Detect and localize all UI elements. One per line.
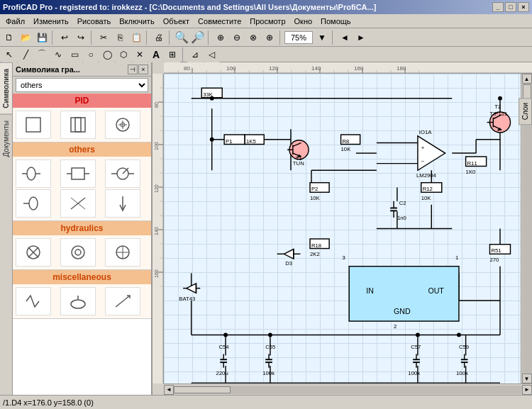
svg-text:220u: 220u bbox=[216, 370, 228, 376]
circle-tool[interactable]: ○ bbox=[83, 47, 99, 62]
titlebar-controls[interactable]: _ □ × bbox=[492, 2, 529, 12]
svg-text:IN: IN bbox=[366, 286, 374, 295]
sym-misc-1[interactable] bbox=[16, 287, 51, 315]
extra-btn1[interactable]: ⊿ bbox=[187, 47, 203, 62]
menu-include[interactable]: Включить bbox=[115, 16, 158, 27]
arc-tool[interactable]: ⌒ bbox=[34, 47, 50, 62]
menu-help[interactable]: Помощь bbox=[316, 16, 355, 27]
paste-button[interactable]: 📋 bbox=[128, 30, 144, 45]
zoom-in-button[interactable]: 🔍 bbox=[174, 30, 189, 45]
sym-others-3[interactable] bbox=[105, 159, 140, 188]
category-dropdown: others PID hydraulics miscellaneous bbox=[16, 78, 148, 92]
redo-button[interactable]: ↪ bbox=[73, 30, 89, 45]
component-btn2[interactable]: ⊖ bbox=[229, 30, 245, 45]
layer-tab[interactable]: Слои bbox=[519, 98, 532, 125]
menu-file[interactable]: Файл bbox=[1, 16, 29, 27]
nav-btn1[interactable]: ◄ bbox=[337, 30, 353, 45]
undo-button[interactable]: ↩ bbox=[57, 30, 72, 45]
symbol-list: PID bbox=[13, 94, 151, 395]
svg-text:+: + bbox=[421, 145, 425, 151]
open-button[interactable]: 📂 bbox=[18, 30, 33, 45]
scroll-down-button[interactable]: ▼ bbox=[522, 374, 532, 383]
scroll-up-button[interactable]: ▲ bbox=[522, 74, 532, 84]
cut-button[interactable]: ✂ bbox=[96, 30, 111, 45]
sym-hyd-3[interactable] bbox=[105, 238, 140, 267]
misc-grid bbox=[13, 284, 151, 318]
menu-combine[interactable]: Совместите bbox=[194, 16, 245, 27]
component-btn1[interactable]: ⊕ bbox=[213, 30, 228, 45]
curve-tool[interactable]: ∿ bbox=[50, 47, 66, 62]
zoom-dropdown-button[interactable]: ▼ bbox=[314, 30, 330, 45]
menu-window[interactable]: Окно bbox=[290, 16, 317, 27]
others-header[interactable]: others bbox=[13, 142, 151, 157]
zoom-input[interactable] bbox=[284, 31, 313, 44]
rect-tool[interactable]: ▭ bbox=[67, 47, 82, 62]
scroll-right-button[interactable]: ► bbox=[522, 385, 532, 395]
extra-btn2[interactable]: ◁ bbox=[204, 47, 219, 62]
svg-text:P2: P2 bbox=[311, 186, 318, 192]
sym-hyd-1[interactable] bbox=[16, 238, 51, 267]
zoom-out-button[interactable]: 🔎 bbox=[190, 30, 206, 45]
sym-others-5[interactable] bbox=[60, 189, 96, 218]
svg-text:OUT: OUT bbox=[428, 286, 444, 295]
close-button[interactable]: × bbox=[518, 2, 529, 12]
sym-pid-1[interactable] bbox=[16, 111, 51, 139]
sym-pid-3[interactable] bbox=[105, 111, 140, 139]
cross-tool[interactable]: ✕ bbox=[132, 47, 148, 62]
svg-point-215 bbox=[268, 333, 272, 337]
minimize-button[interactable]: _ bbox=[492, 2, 504, 12]
sep8 bbox=[182, 47, 185, 62]
menu-object[interactable]: Объект bbox=[159, 16, 194, 27]
svg-rect-1 bbox=[71, 118, 81, 132]
sym-hyd-2[interactable] bbox=[60, 238, 96, 267]
panel-close-button[interactable]: × bbox=[138, 65, 148, 74]
category-select[interactable]: others PID hydraulics miscellaneous bbox=[16, 78, 148, 92]
scroll-track[interactable] bbox=[522, 84, 532, 374]
new-button[interactable]: 🗋 bbox=[1, 30, 17, 45]
svg-text:TUN: TUN bbox=[293, 161, 304, 167]
menu-edit[interactable]: Изменить bbox=[29, 16, 73, 27]
sym-others-2[interactable] bbox=[60, 159, 96, 188]
panel-pin-button[interactable]: ⊣ bbox=[128, 65, 138, 74]
scroll-left-button[interactable]: ◄ bbox=[164, 385, 174, 395]
save-button[interactable]: 💾 bbox=[34, 30, 50, 45]
svg-rect-10 bbox=[72, 168, 84, 179]
misc-header[interactable]: miscellaneous bbox=[13, 270, 151, 284]
pid-header[interactable]: PID bbox=[13, 94, 151, 108]
sidebar-item-documents[interactable]: Документы bbox=[0, 114, 12, 163]
horizontal-scrollbar[interactable]: ◄ ► bbox=[164, 383, 532, 395]
nav-btn2[interactable]: ► bbox=[353, 30, 369, 45]
hscroll-track[interactable] bbox=[174, 386, 522, 394]
hydraulics-header[interactable]: hydraulics bbox=[13, 221, 151, 235]
svg-text:100: 100 bbox=[154, 142, 159, 150]
menu-draw[interactable]: Рисовать bbox=[73, 16, 116, 27]
sym-others-6[interactable] bbox=[105, 189, 140, 218]
line-tool[interactable]: ╱ bbox=[18, 47, 33, 62]
copy-button[interactable]: ⎘ bbox=[112, 30, 128, 45]
svg-point-213 bbox=[457, 333, 461, 337]
text-tool[interactable]: A bbox=[148, 47, 164, 62]
menu-view[interactable]: Просмотр bbox=[245, 16, 289, 27]
svg-text:270: 270 bbox=[489, 257, 499, 263]
svg-point-30 bbox=[71, 300, 85, 308]
restore-button[interactable]: □ bbox=[505, 2, 516, 12]
ellipse-tool[interactable]: ◯ bbox=[99, 47, 115, 62]
hscroll-thumb[interactable] bbox=[174, 386, 231, 393]
sym-misc-3[interactable] bbox=[105, 287, 140, 315]
polygon-tool[interactable]: ⬡ bbox=[116, 47, 131, 62]
svg-text:R11: R11 bbox=[467, 160, 477, 167]
sym-misc-2[interactable] bbox=[60, 287, 96, 315]
special-tool[interactable]: ⊞ bbox=[165, 47, 180, 62]
select-tool[interactable]: ↖ bbox=[1, 47, 17, 62]
sym-pid-2[interactable] bbox=[60, 111, 96, 139]
circuit-canvas[interactable]: 33K P1 1K5 R8 10K P2 10K R1 bbox=[164, 74, 521, 383]
sym-others-4[interactable] bbox=[16, 189, 51, 218]
right-area: 80 100 120 140 160 180 bbox=[153, 62, 532, 395]
sidebar-item-symbols[interactable]: Символика bbox=[0, 62, 12, 114]
print-button[interactable]: 🖨 bbox=[151, 30, 167, 45]
component-btn4[interactable]: ⊕ bbox=[262, 30, 277, 45]
statusbar-coordinates: /1.D4 x=176.0 y=158.0 (0) bbox=[3, 398, 529, 407]
component-btn3[interactable]: ⊗ bbox=[245, 30, 261, 45]
sym-others-1[interactable] bbox=[16, 159, 51, 188]
svg-point-210 bbox=[210, 96, 214, 101]
